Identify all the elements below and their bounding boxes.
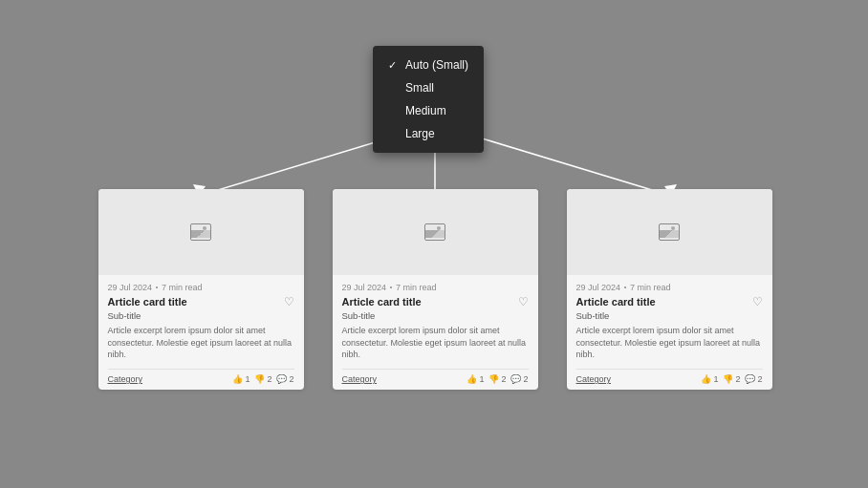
heart-icon-1[interactable]: ♡ (284, 295, 294, 308)
card-excerpt-3: Article excerpt lorem ipsum dolor sit am… (576, 325, 763, 363)
thumbs-down-icon-3: 👎 (723, 374, 733, 384)
card-stats-1: 👍 1 👎 2 💬 2 (232, 374, 293, 384)
card-meta-2: 29 Jul 2024 7 min read (342, 283, 529, 292)
card-subtitle-3: Sub-title (576, 310, 763, 321)
card-date-2: 29 Jul 2024 (342, 283, 387, 292)
comments-count-2: 2 (523, 374, 528, 384)
card-meta-3: 29 Jul 2024 7 min read (576, 283, 763, 292)
card-footer-2: Category 👍 1 👎 2 💬 2 (342, 369, 529, 384)
article-card-2: 29 Jul 2024 7 min read Article card titl… (333, 189, 538, 390)
dropdown-item-auto[interactable]: ✓ Auto (Small) (373, 53, 484, 76)
card-excerpt-2: Article excerpt lorem ipsum dolor sit am… (342, 325, 529, 363)
card-title-row-1: Article card title ♡ (108, 295, 294, 308)
thumbs-up-icon-3: 👍 (701, 374, 711, 384)
dropdown-item-large[interactable]: Large (373, 122, 484, 145)
meta-dot-3 (624, 286, 626, 288)
comments-count-3: 2 (757, 374, 762, 384)
comments-stat-2: 💬 2 (510, 374, 528, 384)
dislikes-stat-2: 👎 2 (488, 374, 506, 384)
card-category-2[interactable]: Category (342, 374, 378, 384)
image-placeholder-icon (190, 223, 211, 241)
image-placeholder-icon-3 (659, 223, 680, 241)
meta-dot-2 (390, 286, 392, 288)
dislikes-stat-3: 👎 2 (723, 374, 740, 384)
card-title-row-3: Article card title ♡ (576, 295, 763, 308)
dislikes-count-3: 2 (735, 374, 740, 384)
dropdown-item-label: Small (405, 81, 434, 95)
comment-icon-2: 💬 (510, 374, 521, 384)
cards-container: 29 Jul 2024 7 min read Article card titl… (96, 189, 774, 390)
card-category-3[interactable]: Category (576, 374, 612, 384)
card-read-time-3: 7 min read (630, 283, 671, 292)
card-title-2: Article card title (342, 295, 422, 308)
likes-count-1: 1 (245, 374, 250, 384)
comments-stat-1: 💬 2 (276, 374, 293, 384)
card-body-1: 29 Jul 2024 7 min read Article card titl… (98, 275, 304, 390)
comments-stat-3: 💬 2 (745, 374, 762, 384)
card-meta-1: 29 Jul 2024 7 min read (108, 283, 294, 292)
dropdown-item-label: Large (405, 127, 435, 140)
card-title-row-2: Article card title ♡ (342, 295, 529, 308)
dislikes-count-1: 2 (267, 374, 271, 384)
dislikes-stat-1: 👎 2 (254, 374, 271, 384)
thumbs-up-icon-2: 👍 (467, 374, 477, 384)
card-read-time-2: 7 min read (396, 283, 437, 292)
dropdown-menu[interactable]: ✓ Auto (Small) Small Medium Large (373, 46, 484, 153)
article-card-1: 29 Jul 2024 7 min read Article card titl… (98, 189, 304, 390)
card-title-3: Article card title (576, 295, 656, 308)
card-body-2: 29 Jul 2024 7 min read Article card titl… (333, 275, 538, 390)
thumbs-down-icon: 👎 (254, 374, 265, 384)
card-footer-3: Category 👍 1 👎 2 💬 2 (576, 369, 763, 384)
article-card-3: 29 Jul 2024 7 min read Article card titl… (567, 189, 772, 390)
card-image-2 (333, 189, 538, 275)
card-image-1 (98, 189, 304, 275)
dislikes-count-2: 2 (501, 374, 506, 384)
card-excerpt-1: Article excerpt lorem ipsum dolor sit am… (108, 325, 294, 363)
card-footer-1: Category 👍 1 👎 2 💬 2 (108, 369, 294, 384)
comments-count-1: 2 (289, 374, 293, 384)
card-stats-2: 👍 1 👎 2 💬 2 (467, 374, 528, 384)
card-stats-3: 👍 1 👎 2 💬 2 (701, 374, 762, 384)
likes-count-2: 1 (479, 374, 484, 384)
image-placeholder-icon-2 (424, 223, 445, 241)
heart-icon-3[interactable]: ♡ (752, 295, 763, 308)
card-date-3: 29 Jul 2024 (576, 283, 621, 292)
card-read-time-1: 7 min read (162, 283, 203, 292)
likes-count-3: 1 (713, 374, 718, 384)
dropdown-item-label: Auto (Small) (405, 58, 468, 72)
heart-icon-2[interactable]: ♡ (518, 295, 529, 308)
card-title-1: Article card title (108, 295, 187, 308)
likes-stat-2: 👍 1 (467, 374, 484, 384)
dropdown-item-label: Medium (405, 104, 446, 117)
meta-dot (156, 286, 158, 288)
card-category-1[interactable]: Category (108, 374, 143, 384)
comment-icon: 💬 (276, 374, 287, 384)
likes-stat-1: 👍 1 (232, 374, 250, 384)
card-subtitle-1: Sub-title (108, 310, 294, 321)
card-date-1: 29 Jul 2024 (108, 283, 153, 292)
thumbs-down-icon-2: 👎 (488, 374, 499, 384)
dropdown-item-small[interactable]: Small (373, 76, 484, 99)
comment-icon-3: 💬 (745, 374, 755, 384)
check-icon: ✓ (388, 59, 400, 72)
card-image-3 (567, 189, 772, 275)
card-body-3: 29 Jul 2024 7 min read Article card titl… (567, 275, 772, 390)
card-subtitle-2: Sub-title (342, 310, 529, 321)
likes-stat-3: 👍 1 (701, 374, 718, 384)
thumbs-up-icon: 👍 (232, 374, 243, 384)
dropdown-item-medium[interactable]: Medium (373, 99, 484, 122)
